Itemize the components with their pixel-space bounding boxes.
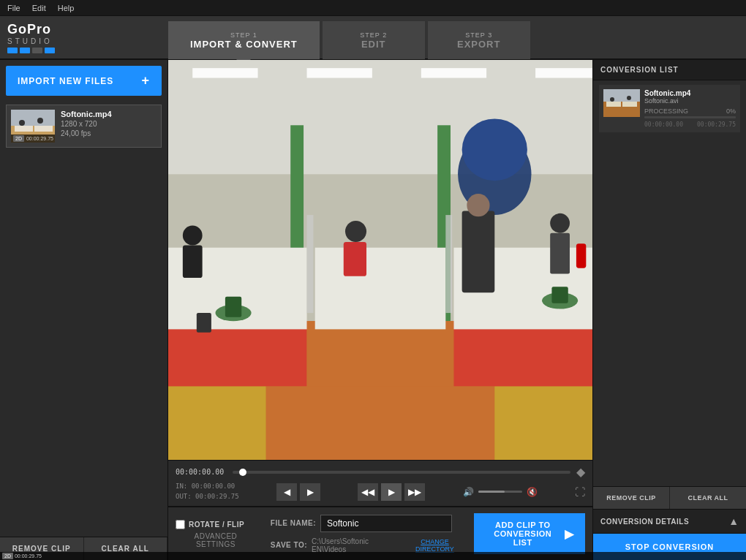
- svg-rect-38: [225, 297, 241, 317]
- conv-processing-label: PROCESSING: [644, 107, 688, 115]
- volume-bar[interactable]: [478, 491, 522, 493]
- conv-time-elapsed: 00:00:00.00: [644, 121, 683, 128]
- file-list-item[interactable]: 2D 00:00:29.75 Softonic.mp4 1280 x 720 2…: [6, 105, 162, 148]
- bottom-center: FILE NAME: SAVE TO: C:\Users\Softonic EN…: [271, 515, 467, 553]
- add-clip-arrow-icon: ▶: [565, 527, 574, 541]
- conv-filename-2: Softonic.avi: [644, 97, 736, 105]
- timeline-bar[interactable]: [233, 471, 570, 474]
- sidebar: IMPORT NEW FILES + 2D 00:00:29.75: [0, 60, 168, 560]
- current-time-display: 00:00:00.00: [176, 468, 227, 476]
- logo-studio-text: STUDIO: [7, 37, 66, 45]
- file-resolution: 1280 x 720: [61, 120, 157, 128]
- advanced-settings-button[interactable]: ADVANCED SETTINGS: [176, 532, 256, 548]
- bottom-left: ROTATE / FLIP ADVANCED SETTINGS: [176, 520, 256, 548]
- conv-processing-pct: 0%: [726, 107, 736, 115]
- svg-rect-23: [315, 248, 446, 330]
- svg-point-29: [345, 221, 366, 242]
- saveto-path: C:\Users\Softonic EN\Videos: [312, 537, 399, 553]
- rewind-button[interactable]: ◀◀: [358, 483, 378, 501]
- conv-times-row: 00:00:00.00 00:00:29.75: [644, 121, 736, 128]
- conversion-details-label: CONVERSION DETAILS: [600, 518, 689, 526]
- svg-rect-10: [307, 68, 372, 77]
- svg-point-49: [627, 96, 631, 100]
- conversion-item-info: Softonic.mp4 Softonic.avi PROCESSING 0% …: [644, 89, 736, 128]
- volume-icon: 🔊: [463, 487, 474, 497]
- svg-rect-19: [168, 387, 266, 460]
- svg-rect-42: [576, 243, 586, 268]
- mark-out-button[interactable]: ▶: [300, 483, 320, 501]
- filename-label: FILE NAME:: [271, 519, 316, 527]
- svg-rect-25: [307, 215, 314, 313]
- step-label-2: EDIT: [344, 39, 403, 50]
- rotate-flip-checkbox-label[interactable]: ROTATE / FLIP: [176, 520, 256, 529]
- svg-rect-2: [11, 110, 55, 126]
- timeline-row: 00:00:00.00 ◆: [176, 465, 585, 479]
- fullscreen-button[interactable]: ⛶: [575, 486, 585, 498]
- in-out-info: IN: 00:00:00.00 OUT: 00:00:29.75: [176, 482, 239, 502]
- step-tab-edit[interactable]: STEP 2 EDIT: [323, 21, 425, 59]
- step-num-3: STEP 3: [450, 31, 508, 39]
- svg-point-5: [19, 120, 25, 126]
- step-tab-import[interactable]: STEP 1 IMPORT & CONVERT: [168, 21, 320, 59]
- svg-point-32: [462, 118, 527, 181]
- volume-fill: [478, 491, 505, 493]
- add-clip-label: ADD CLIP TOCONVERSION LIST: [486, 521, 560, 547]
- step-tab-export[interactable]: STEP 3 EXPORT: [428, 21, 530, 59]
- right-panel: CONVERSION LIST 2D 00:00:29.75 S: [592, 60, 746, 560]
- file-badge-2d: 2D: [13, 135, 24, 142]
- in-out-buttons: ◀ ▶: [276, 483, 320, 501]
- svg-rect-47: [622, 102, 637, 107]
- svg-rect-33: [462, 211, 495, 293]
- filename-input[interactable]: [320, 515, 452, 532]
- rotate-flip-checkbox[interactable]: [176, 520, 185, 529]
- volume-row: 🔊 🔇: [463, 487, 538, 497]
- filename-group: FILE NAME:: [271, 515, 467, 532]
- step-label-1: IMPORT & CONVERT: [190, 39, 298, 50]
- svg-rect-45: [603, 89, 640, 102]
- svg-rect-3: [15, 126, 33, 132]
- logo-sq-2: [20, 48, 30, 53]
- video-player[interactable]: [168, 60, 592, 460]
- svg-rect-28: [183, 245, 203, 278]
- change-directory-button[interactable]: CHANGE DIRECTORY: [403, 538, 467, 553]
- controls-row: IN: 00:00:00.00 OUT: 00:00:29.75 ◀ ▶ ◀◀ …: [176, 482, 585, 502]
- expand-icon[interactable]: ▲: [728, 515, 739, 527]
- video-area: 00:00:00.00 ◆ IN: 00:00:00.00 OUT: 00:00…: [168, 60, 592, 560]
- svg-rect-12: [535, 68, 592, 77]
- play-button[interactable]: ▶: [381, 483, 402, 501]
- conversion-list-item[interactable]: 2D 00:00:29.75 Softonic.mp4 Softonic.avi…: [599, 85, 740, 132]
- file-duration: 00:00:29.75: [26, 136, 53, 141]
- svg-point-35: [550, 213, 570, 233]
- menu-help[interactable]: Help: [58, 4, 75, 12]
- menu-file[interactable]: File: [7, 4, 20, 12]
- svg-point-48: [610, 97, 614, 102]
- saveto-label: SAVE TO:: [271, 541, 307, 549]
- clear-all-right-button[interactable]: CLEAR ALL: [670, 487, 746, 509]
- timeline-handle[interactable]: [239, 469, 246, 476]
- conv-filename-1: Softonic.mp4: [644, 89, 736, 97]
- playback-buttons: ◀◀ ▶ ▶▶: [358, 483, 425, 501]
- file-info: Softonic.mp4 1280 x 720 24,00 fps: [61, 110, 157, 143]
- header: GoPro STUDIO STEP 1 IMPORT & CONVERT STE…: [0, 16, 746, 60]
- import-new-files-button[interactable]: IMPORT NEW FILES +: [6, 66, 162, 96]
- diamond-icon[interactable]: ◆: [576, 465, 585, 479]
- volume-mute-icon[interactable]: 🔇: [527, 487, 538, 497]
- file-thumbnail: 2D 00:00:29.75: [11, 110, 55, 143]
- gopro-logo: GoPro STUDIO: [7, 22, 66, 53]
- mark-in-button[interactable]: ◀: [276, 483, 297, 501]
- logo-sq-3: [32, 48, 42, 53]
- logo-sq-4: [45, 48, 55, 53]
- svg-rect-11: [421, 68, 486, 77]
- file-name: Softonic.mp4: [61, 110, 157, 118]
- logo-squares: [7, 48, 66, 53]
- step-num-1: STEP 1: [190, 31, 298, 39]
- add-clip-to-conversion-list-button[interactable]: ADD CLIP TOCONVERSION LIST ▶: [474, 513, 585, 554]
- menu-edit[interactable]: Edit: [32, 4, 46, 12]
- svg-rect-26: [445, 215, 452, 313]
- import-btn-label: IMPORT NEW FILES: [18, 76, 113, 86]
- fast-forward-button[interactable]: ▶▶: [404, 483, 425, 501]
- remove-clip-right-button[interactable]: REMOVE CLIP: [593, 487, 670, 509]
- svg-point-34: [467, 194, 489, 216]
- menubar: File Edit Help: [0, 0, 746, 16]
- main-layout: IMPORT NEW FILES + 2D 00:00:29.75: [0, 60, 746, 560]
